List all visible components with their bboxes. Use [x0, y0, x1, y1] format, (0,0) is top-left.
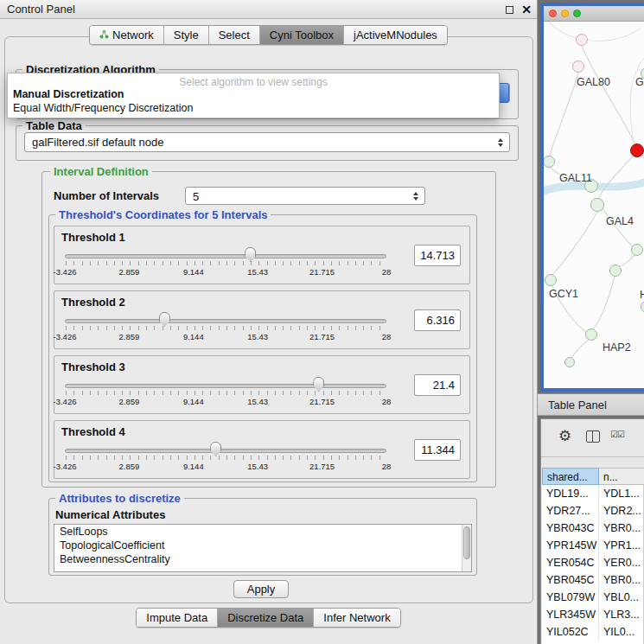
tick-label: -3.426 — [54, 267, 77, 277]
attribute-item[interactable]: TopologicalCoefficient — [54, 539, 471, 552]
tab-cyni-toolbox[interactable]: Cyni Toolbox — [259, 26, 343, 44]
table-toolbar: ⚙ ☑☑ — [541, 419, 644, 457]
table-row[interactable]: YPR145WYPR1... — [542, 537, 644, 554]
threshold-value-field[interactable]: 14.713 — [414, 245, 461, 266]
table-cell: YPR145W — [542, 537, 599, 554]
interval-definition-label: Interval Definition — [50, 165, 152, 178]
graph-node[interactable] — [590, 198, 604, 212]
graph-node[interactable] — [572, 61, 584, 73]
tick-label: 2.859 — [119, 397, 140, 406]
slider-thumb[interactable] — [245, 247, 256, 262]
threshold-value-field[interactable]: 11.344 — [414, 439, 461, 461]
slider-thumb[interactable] — [159, 312, 170, 327]
num-intervals-label: Number of Intervals — [54, 189, 159, 202]
tab-label: Cyni Toolbox — [270, 29, 334, 41]
tick-label: 15.43 — [247, 267, 268, 277]
network-icon — [99, 29, 109, 41]
tab-select[interactable]: Select — [208, 26, 259, 44]
combo-stepper-icon[interactable] — [498, 138, 503, 147]
table-body: YDL19...YDL1...YDR27...YDR2...YBR043CYBR… — [542, 485, 644, 644]
tab-impute-data[interactable]: Impute Data — [137, 609, 217, 627]
table-row[interactable]: YBL079WYBL0... — [542, 589, 644, 606]
attribute-item[interactable]: SelfLoops — [54, 525, 471, 539]
table-cell: YBL0... — [599, 589, 644, 606]
graph-node-label: GAL80 — [577, 76, 610, 88]
slider-tick-labels: -3.4262.8599.14415.4321.71528 — [65, 267, 386, 277]
tab-discretize-data[interactable]: Discretize Data — [217, 609, 313, 627]
float-window-icon[interactable] — [506, 6, 513, 14]
table-row[interactable]: YDL19...YDL1... — [542, 485, 644, 502]
tab-label: Discretize Data — [227, 611, 303, 624]
slider-thumb[interactable] — [313, 377, 324, 392]
table-cell: YDR2... — [599, 502, 644, 520]
slider-thumb[interactable] — [210, 442, 221, 456]
control-panel-window: Control Panel ✕ NetworkStyleSelectCyni T… — [0, 0, 538, 644]
threshold-slider[interactable]: -3.4262.8599.14415.4321.71528 — [65, 377, 386, 410]
columns-icon[interactable] — [586, 430, 600, 443]
slider-track[interactable] — [65, 449, 386, 453]
algorithm-option[interactable]: Equal Width/Frequency Discretization — [8, 101, 499, 115]
tab-network[interactable]: Network — [90, 26, 163, 44]
tab-label: Impute Data — [146, 611, 207, 624]
close-icon[interactable]: ✕ — [521, 0, 532, 19]
num-intervals-value: 5 — [193, 188, 199, 206]
slider-ticks — [66, 326, 386, 330]
tab-jactivemnodules[interactable]: jActiveMNodules — [343, 26, 447, 44]
table-cell: YPR1... — [599, 537, 644, 554]
table-row[interactable]: YDR27...YDR2... — [542, 502, 644, 520]
slider-track[interactable] — [65, 319, 386, 323]
num-intervals-select[interactable]: 5 — [185, 187, 425, 205]
table-data-select[interactable]: galFiltered.sif default node — [24, 132, 510, 152]
graph-node[interactable] — [630, 143, 644, 157]
column-header-name[interactable]: n... — [599, 468, 644, 485]
table-row[interactable]: YIL052CYIL0... — [542, 623, 644, 641]
table-row[interactable]: YBR045CYBR0... — [542, 571, 644, 589]
column-header-shared-name[interactable]: shared... — [542, 468, 599, 485]
threshold-value-field[interactable]: 21.4 — [414, 374, 461, 396]
table-cell: YLR3... — [599, 606, 644, 623]
tick-label: 15.43 — [247, 462, 268, 471]
slider-track[interactable] — [65, 384, 386, 388]
table-row[interactable]: YLR345WYLR3... — [542, 606, 644, 623]
threshold-value-field[interactable]: 6.316 — [414, 309, 461, 331]
algorithm-option[interactable]: Manual Discretization — [8, 87, 499, 101]
attribute-item[interactable]: BetweennessCentrality — [54, 552, 471, 566]
tick-label: 2.859 — [119, 267, 140, 277]
apply-button[interactable]: Apply — [233, 580, 289, 598]
table-cell: YBL079W — [542, 589, 599, 606]
table-cell: YIL0... — [599, 623, 644, 641]
threshold-label: Threshold 3 — [61, 360, 125, 373]
table-cell: YDL19... — [542, 485, 599, 502]
attributes-group-label: Attributes to discretize — [55, 492, 184, 505]
graph-node[interactable] — [585, 328, 597, 341]
window-title: Control Panel — [7, 3, 75, 16]
select-columns-icon[interactable]: ☑☑ — [610, 430, 624, 439]
network-canvas[interactable]: GAL80GAL11GAL4GCY1HAP2GAH — [544, 22, 644, 388]
graph-node[interactable] — [609, 265, 622, 277]
graph-node[interactable] — [631, 244, 643, 256]
tab-label: Infer Network — [323, 611, 390, 624]
attributes-scrollbar[interactable] — [462, 525, 471, 571]
tab-style[interactable]: Style — [163, 26, 208, 44]
gear-icon[interactable]: ⚙ — [558, 428, 571, 445]
threshold-slider[interactable]: -3.4262.8599.14415.4321.71528 — [65, 442, 386, 475]
tick-label: 21.715 — [309, 462, 335, 471]
combo-stepper-icon[interactable] — [413, 192, 418, 201]
tick-label: 28 — [382, 332, 392, 341]
zoom-traffic-icon[interactable] — [573, 10, 581, 17]
minimize-traffic-icon[interactable] — [561, 10, 569, 17]
close-traffic-icon[interactable] — [549, 10, 557, 17]
slider-track[interactable] — [65, 254, 386, 258]
table-cell: YDL1... — [599, 485, 644, 502]
threshold-slider[interactable]: -3.4262.8599.14415.4321.71528 — [65, 247, 386, 280]
graph-node[interactable] — [545, 274, 557, 286]
tab-infer-network[interactable]: Infer Network — [313, 609, 399, 627]
threshold-slider[interactable]: -3.4262.8599.14415.4321.71528 — [65, 312, 386, 345]
tick-label: -3.426 — [54, 397, 77, 406]
graph-node[interactable] — [576, 34, 588, 46]
threshold-label: Threshold 1 — [61, 231, 125, 244]
table-row[interactable]: YBR043CYBR0... — [542, 520, 644, 537]
graph-node[interactable] — [564, 357, 575, 367]
attributes-list[interactable]: SelfLoopsTopologicalCoefficientBetweenne… — [54, 524, 472, 572]
table-row[interactable]: YER054CYER0... — [542, 554, 644, 571]
